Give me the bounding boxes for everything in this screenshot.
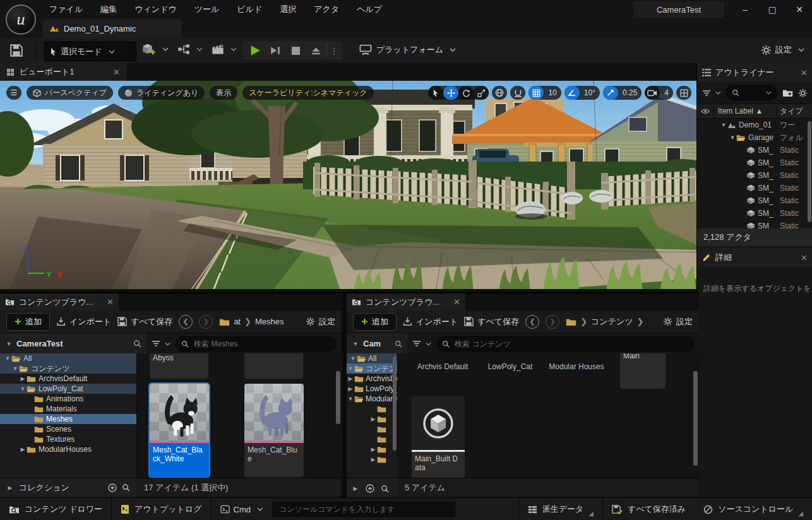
menu-file[interactable]: ファイル [40, 0, 92, 19]
asset-tile-mesh-cat-black-white[interactable]: Mesh_Cat_Black_White [150, 384, 209, 477]
tree-scrollbar[interactable] [393, 356, 397, 451]
import-button[interactable]: インポート [403, 316, 458, 328]
output-log-button[interactable]: アウトプットログ [112, 498, 210, 520]
blueprints-dropdown[interactable] [177, 44, 203, 55]
maximize-button[interactable]: ▢ [760, 0, 785, 19]
forward-button[interactable]: ❯ [199, 315, 213, 329]
perspective-dropdown[interactable]: パースペクティブ [27, 86, 113, 100]
tree-item-meshes[interactable]: Meshes [0, 414, 136, 424]
scale-snap-value[interactable]: 0.25 [618, 88, 642, 97]
viewport-options-menu[interactable]: ☰ [6, 86, 21, 100]
add-collection-icon[interactable] [366, 484, 374, 493]
outliner-row-mesh[interactable]: SM_Static [697, 220, 812, 228]
tree-item-scenes[interactable]: Scenes [0, 424, 136, 434]
asset-grid[interactable]: Archvis Default LowPoly_Cat Modular Hous… [397, 353, 700, 478]
back-button[interactable]: ❮ [525, 315, 539, 329]
breadcrumb-current[interactable]: Meshes [255, 317, 284, 326]
forward-button[interactable]: ❯ [546, 315, 559, 329]
settings-dropdown[interactable]: 設定 [761, 44, 804, 56]
move-tool-button[interactable] [443, 86, 458, 100]
camera-speed-value[interactable]: 4 [660, 88, 673, 97]
skip-button[interactable] [266, 42, 285, 59]
tree-item-all[interactable]: ▼All [0, 353, 136, 363]
tree-item-archvis[interactable]: ▶ArchvisDefault [347, 374, 397, 384]
console-input[interactable] [272, 502, 455, 517]
show-dropdown[interactable]: 表示 [210, 86, 237, 100]
tree-item-animations[interactable]: Animations [0, 394, 136, 404]
tree-item-all[interactable]: ▼All [347, 353, 397, 363]
cmd-dropdown[interactable]: Cmd [212, 498, 272, 520]
asset-search-field[interactable] [436, 336, 694, 352]
breadcrumb-current[interactable]: コンテンツ [591, 316, 633, 328]
tree-item-archvis[interactable]: ▶ArchvisDefault [0, 374, 136, 384]
folder-item-archvis[interactable]: Archvis Default [415, 362, 470, 371]
grid-snap-value[interactable]: 10 [544, 88, 561, 97]
sources-root-dropdown[interactable]: ▼CameraTest [0, 333, 146, 354]
tab-close-icon[interactable]: ✕ [107, 297, 114, 307]
visibility-eye-icon[interactable] [701, 109, 710, 114]
outliner-row-mesh[interactable]: SM_Static [697, 169, 812, 182]
outliner-row-world[interactable]: ▼ Demo_01ワー [697, 119, 812, 131]
asset-grid[interactable]: Abyss Mesh_Cat_Black_White [136, 353, 342, 478]
column-type[interactable]: タイプ [776, 106, 812, 117]
outliner-row-folder[interactable]: ▼ Garageフォル [697, 131, 812, 144]
folder-tree[interactable]: ▼All ▼コンテンツ ▶ArchvisDefault ▼LowPoly_Cat… [0, 353, 136, 478]
stop-button[interactable] [286, 42, 305, 59]
outliner-row-mesh[interactable]: SM_Static [697, 207, 812, 220]
tree-subfolder[interactable]: ▶ [347, 444, 397, 454]
asset-tile-main-built-data[interactable]: Main_Built Data [412, 396, 465, 478]
grid-snap-toggle[interactable] [528, 86, 544, 100]
tree-item-textures[interactable]: Textures [0, 434, 136, 444]
asset-tile-partial[interactable] [244, 353, 303, 379]
scale-snap-toggle[interactable] [603, 86, 618, 100]
outliner-search-input[interactable] [726, 85, 777, 100]
asset-grid-scrollbar[interactable] [336, 371, 340, 424]
path-search-icon[interactable] [133, 340, 141, 348]
level-tab[interactable]: Demo_01_Dynamic [43, 19, 182, 38]
cb-settings-button[interactable]: 設定 [663, 316, 693, 328]
rotation-snap-toggle[interactable] [564, 86, 580, 100]
menu-help[interactable]: ヘルプ [348, 0, 391, 19]
outliner-row-mesh[interactable]: SM_Static [697, 194, 812, 207]
view-mode-dropdown[interactable]: ライティングあり [118, 86, 205, 100]
tree-subfolder[interactable] [347, 404, 397, 414]
import-button[interactable]: インポート [56, 316, 111, 328]
add-button[interactable]: 追加 [6, 313, 50, 331]
tree-item-lowpoly-cat[interactable]: ▼LowPoly_Cat [0, 384, 136, 394]
camera-speed-button[interactable] [645, 86, 660, 100]
breadcrumb-parent[interactable]: at [234, 317, 241, 326]
minimize-button[interactable]: – [732, 0, 758, 19]
tree-subfolder[interactable] [347, 424, 397, 434]
outliner-column-headers[interactable]: Item Label ▲ タイプ [697, 103, 812, 119]
menu-tools[interactable]: ツール [186, 0, 229, 19]
outliner-row-mesh[interactable]: SM_Static [697, 157, 812, 169]
outliner-close-icon[interactable]: ✕ [801, 68, 808, 78]
tree-subfolder[interactable]: ▶ [347, 454, 397, 464]
path-search-icon[interactable] [395, 340, 402, 348]
details-tab[interactable]: 詳細 ✕ [697, 248, 812, 267]
save-level-button[interactable] [10, 44, 23, 57]
tree-item-modular-houses[interactable]: ▶ModularHouses [0, 444, 136, 454]
outliner-filter-button[interactable] [702, 90, 721, 97]
asset-tile-main-level[interactable]: Main [620, 353, 666, 389]
folder-tree[interactable]: ▼All ▼コンテンツ ▶ArchvisDefault ▶LowPoly_Cat… [347, 353, 397, 478]
menu-window[interactable]: ウィンドウ [126, 0, 186, 19]
tree-subfolder[interactable] [347, 434, 397, 444]
save-all-button[interactable]: すべて保存 [464, 316, 519, 328]
sources-root-dropdown[interactable]: ▼Cam [347, 333, 407, 354]
outliner-tab[interactable]: アウトライナー ✕ [697, 63, 812, 82]
new-folder-icon[interactable] [782, 88, 793, 97]
outliner-scrollbar[interactable] [808, 121, 811, 222]
details-close-icon[interactable]: ✕ [801, 253, 808, 263]
source-control-button[interactable]: ソースコントロール ◢ [695, 498, 812, 520]
tree-item-lowpoly[interactable]: ▶LowPoly_Cat [347, 384, 397, 394]
play-options-button[interactable]: ⋮ [328, 42, 340, 59]
collections-search-icon[interactable] [122, 483, 130, 492]
add-button[interactable]: 追加 [353, 313, 397, 331]
scale-tool-button[interactable] [474, 86, 489, 100]
maximize-viewport-button[interactable] [676, 86, 691, 100]
collections-bar[interactable]: ▶コレクション [0, 478, 136, 497]
tree-item-modular[interactable]: ▼ModularHouses [347, 394, 397, 404]
viewport-3d[interactable]: ☰ パースペクティブ ライティングあり 表示 スケーラビリティ:シネマティック … [0, 81, 696, 292]
tree-subfolder[interactable]: ▶ [347, 414, 397, 424]
